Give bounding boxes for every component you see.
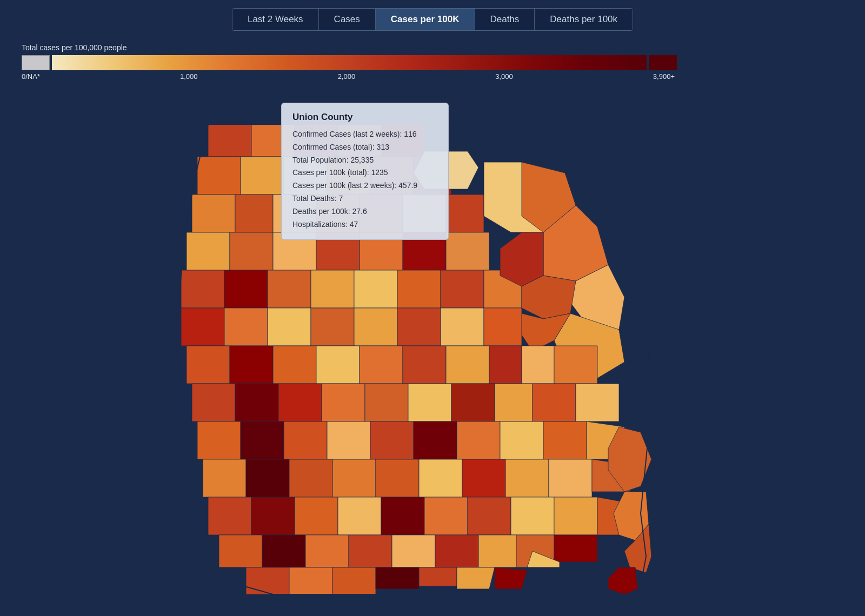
county-polygon[interactable] xyxy=(462,459,505,497)
county-polygon[interactable] xyxy=(365,384,408,421)
county-polygon[interactable] xyxy=(278,384,322,421)
county-polygon[interactable] xyxy=(457,421,500,459)
county-polygon[interactable] xyxy=(495,384,533,421)
county-polygon[interactable] xyxy=(500,232,543,286)
county-polygon[interactable] xyxy=(376,459,419,497)
county-polygon[interactable] xyxy=(360,346,403,384)
county-polygon[interactable] xyxy=(397,270,441,308)
county-polygon[interactable] xyxy=(403,346,446,384)
county-polygon[interactable] xyxy=(446,232,489,270)
county-polygon[interactable] xyxy=(576,384,619,421)
county-polygon[interactable] xyxy=(500,421,543,459)
county-polygon[interactable] xyxy=(273,346,316,384)
county-polygon[interactable] xyxy=(511,497,554,535)
county-polygon[interactable] xyxy=(446,346,489,384)
county-polygon[interactable] xyxy=(316,346,360,384)
legend-na-box xyxy=(22,55,50,70)
county-polygon[interactable] xyxy=(332,567,376,594)
county-polygon[interactable] xyxy=(505,459,549,497)
county-polygon[interactable] xyxy=(230,232,273,270)
county-polygon[interactable] xyxy=(533,384,576,421)
county-polygon[interactable] xyxy=(451,384,495,421)
county-polygon[interactable] xyxy=(289,459,332,497)
county-polygon[interactable] xyxy=(224,270,268,308)
county-polygon[interactable] xyxy=(441,308,484,346)
county-polygon[interactable] xyxy=(203,459,246,497)
county-polygon[interactable] xyxy=(424,497,468,535)
tooltip-row-2: Total Population: 25,335 xyxy=(292,154,437,167)
county-polygon[interactable] xyxy=(392,535,435,567)
county-polygon[interactable] xyxy=(554,497,597,535)
county-polygon[interactable] xyxy=(414,421,457,459)
county-polygon[interactable] xyxy=(349,535,392,567)
county-polygon[interactable] xyxy=(262,535,305,567)
county-polygon[interactable] xyxy=(268,308,311,346)
county-polygon[interactable] xyxy=(235,384,278,421)
county-polygon[interactable] xyxy=(435,535,478,567)
county-polygon[interactable] xyxy=(181,270,224,308)
county-polygon[interactable] xyxy=(197,157,241,195)
county-polygon[interactable] xyxy=(554,346,597,384)
county-polygon[interactable] xyxy=(397,308,441,346)
county-polygon[interactable] xyxy=(305,535,349,567)
county-polygon[interactable] xyxy=(241,157,284,195)
county-polygon[interactable] xyxy=(284,421,327,459)
tab-last-2-weeks[interactable]: Last 2 Weeks xyxy=(232,9,319,30)
county-polygon[interactable] xyxy=(484,308,522,346)
county-polygon[interactable] xyxy=(419,567,457,586)
county-polygon[interactable] xyxy=(354,308,397,346)
county-polygon[interactable] xyxy=(549,459,592,497)
county-polygon[interactable] xyxy=(224,308,268,346)
county-polygon[interactable] xyxy=(197,421,241,459)
tab-cases-per-100k[interactable]: Cases per 100K xyxy=(376,9,475,30)
county-polygon[interactable] xyxy=(495,567,527,589)
county-polygon[interactable] xyxy=(338,497,381,535)
county-polygon[interactable] xyxy=(192,384,235,421)
county-polygon[interactable] xyxy=(295,497,338,535)
county-polygon[interactable] xyxy=(441,270,484,308)
county-polygon[interactable] xyxy=(181,308,224,346)
county-polygon[interactable] xyxy=(251,497,295,535)
county-polygon[interactable] xyxy=(408,384,451,421)
county-polygon[interactable] xyxy=(457,567,495,589)
county-polygon[interactable] xyxy=(241,421,284,459)
county-polygon[interactable] xyxy=(608,567,638,594)
county-polygon[interactable] xyxy=(311,308,354,346)
tooltip-row-5: Total Deaths: 7 xyxy=(292,192,437,205)
county-polygon[interactable] xyxy=(187,232,230,270)
county-polygon[interactable] xyxy=(187,346,230,384)
county-polygon[interactable] xyxy=(419,459,462,497)
county-polygon[interactable] xyxy=(327,421,370,459)
county-polygon[interactable] xyxy=(446,195,484,232)
tab-deaths[interactable]: Deaths xyxy=(475,9,535,30)
county-polygon[interactable] xyxy=(554,535,597,562)
county-polygon[interactable] xyxy=(332,459,376,497)
tooltip-row-1: Confirmed Cases (total): 313 xyxy=(292,141,437,154)
county-polygon[interactable] xyxy=(311,270,354,308)
county-polygon[interactable] xyxy=(468,497,511,535)
tab-cases[interactable]: Cases xyxy=(319,9,376,30)
county-polygon[interactable] xyxy=(192,195,235,232)
county-polygon[interactable] xyxy=(230,346,273,384)
county-polygon[interactable] xyxy=(381,497,424,535)
legend-label-0: 0/NA* xyxy=(22,72,40,81)
legend-title: Total cases per 100,000 people xyxy=(22,43,677,52)
county-polygon[interactable] xyxy=(354,270,397,308)
county-polygon[interactable] xyxy=(478,535,516,567)
county-polygon[interactable] xyxy=(543,421,587,459)
county-polygon[interactable] xyxy=(268,270,311,308)
county-polygon[interactable] xyxy=(289,567,332,594)
county-polygon[interactable] xyxy=(219,535,262,567)
county-polygon[interactable] xyxy=(246,567,289,594)
county-polygon[interactable] xyxy=(522,346,554,384)
county-polygon[interactable] xyxy=(208,497,251,535)
county-polygon[interactable] xyxy=(489,346,522,384)
county-polygon[interactable] xyxy=(376,567,419,589)
tab-deaths-per-100k[interactable]: Deaths per 100k xyxy=(535,9,633,30)
tooltip-county-name: Union County xyxy=(292,112,437,123)
county-polygon[interactable] xyxy=(246,459,289,497)
county-polygon[interactable] xyxy=(235,195,273,232)
county-polygon[interactable] xyxy=(208,124,251,157)
county-polygon[interactable] xyxy=(322,384,365,421)
county-polygon[interactable] xyxy=(370,421,414,459)
